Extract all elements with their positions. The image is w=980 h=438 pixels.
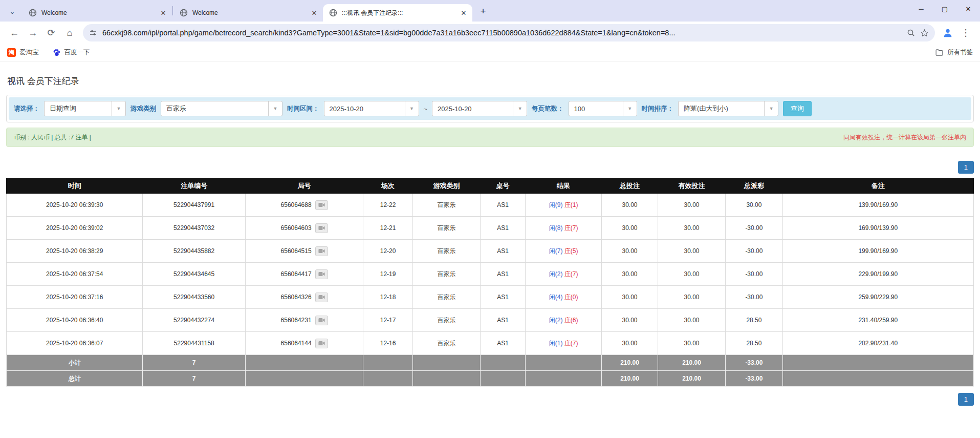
total-bet-link[interactable]: 30.00	[602, 286, 658, 309]
page-1-button[interactable]: 1	[958, 161, 974, 174]
table-header: 时间 注单编号 局号 场次 游戏类别 桌号 结果 总投注 有效投注 总派彩 备注	[7, 178, 974, 194]
subtotal-valid-bet: 210.00	[658, 355, 725, 371]
video-replay-icon[interactable]	[315, 316, 328, 325]
minimize-button[interactable]: ─	[909, 0, 933, 17]
cell-round-id: 656064688	[245, 194, 363, 217]
cell-game-type: 百家乐	[412, 332, 480, 355]
valid-bet-notice-text: 同局有效投注，统一计算在该局第一张注单内	[843, 133, 966, 142]
forward-icon[interactable]: →	[24, 24, 42, 42]
cell-table-no: AS1	[481, 332, 526, 355]
taobao-icon: 淘	[7, 48, 16, 57]
col-payout: 总派彩	[726, 178, 783, 194]
close-window-button[interactable]: ✕	[956, 0, 980, 17]
cell-valid-bet: 30.00	[658, 309, 725, 332]
bookmark-taobao[interactable]: 淘 爱淘宝	[7, 48, 39, 57]
cell-payout: -30.00	[726, 217, 783, 240]
window-controls: ─ ▢ ✕	[909, 0, 980, 17]
total-bet-link[interactable]: 30.00	[602, 240, 658, 263]
cell-time: 2025-10-20 06:36:40	[7, 309, 143, 332]
date-to-select[interactable]: 2025-10-20 ▼	[432, 101, 527, 116]
reload-icon[interactable]: ⟳	[42, 24, 60, 42]
folder-icon	[935, 48, 944, 57]
cell-session: 12-22	[363, 194, 412, 217]
bookmark-baidu[interactable]: 百度一下	[52, 48, 90, 57]
table-row: 2025-10-20 06:37:16 522904433560 6560643…	[7, 286, 974, 309]
total-bet-link[interactable]: 30.00	[602, 217, 658, 240]
total-bet-link[interactable]: 30.00	[602, 194, 658, 217]
video-replay-icon[interactable]	[315, 293, 328, 302]
currency-summary-text: 币别 : 人民币 | 总共 :7 注单 |	[14, 133, 91, 142]
cell-game-type: 百家乐	[412, 286, 480, 309]
sort-select[interactable]: 降冪(由大到小) ▼	[678, 101, 778, 116]
page-size-select[interactable]: 100 ▼	[569, 101, 637, 116]
address-bar[interactable]: 66cxkj98.com/ipl/portal.php/game/betreco…	[83, 24, 935, 41]
cell-payout: -30.00	[726, 263, 783, 286]
result-banker: 庄(7)	[564, 224, 578, 232]
total-bet-link[interactable]: 30.00	[602, 332, 658, 355]
home-icon[interactable]: ⌂	[60, 24, 79, 42]
cell-remark: 259.90/229.90	[782, 286, 973, 309]
cell-time: 2025-10-20 06:37:16	[7, 286, 143, 309]
site-info-icon[interactable]	[89, 29, 97, 37]
pagination-bottom: 1	[6, 393, 974, 406]
cell-valid-bet: 30.00	[658, 194, 725, 217]
tab-welcome-1[interactable]: Welcome ✕	[23, 4, 172, 22]
col-result: 结果	[525, 178, 601, 194]
total-row: 总计 7 210.00 210.00 -33.00	[7, 371, 974, 387]
close-icon[interactable]: ✕	[310, 8, 319, 17]
total-bet-link[interactable]: 30.00	[602, 309, 658, 332]
close-icon[interactable]: ✕	[459, 8, 468, 17]
search-button[interactable]: 查询	[783, 101, 812, 116]
total-total-bet: 210.00	[602, 371, 658, 387]
url-text[interactable]: 66cxkj98.com/ipl/portal.php/game/betreco…	[102, 29, 902, 37]
tab-title: Welcome	[192, 9, 305, 16]
col-time: 时间	[7, 178, 143, 194]
summary-bar: 币别 : 人民币 | 总共 :7 注单 | 同局有效投注，统一计算在该局第一张注…	[6, 128, 974, 147]
result-player: 闲(4)	[549, 294, 563, 301]
cell-result: 闲(2) 庄(6)	[525, 309, 601, 332]
video-replay-icon[interactable]	[315, 339, 328, 348]
table-row: 2025-10-20 06:36:40 522904432274 6560642…	[7, 309, 974, 332]
cell-result: 闲(7) 庄(5)	[525, 240, 601, 263]
cell-remark: 169.90/139.90	[782, 217, 973, 240]
cell-round-id: 656064326	[245, 286, 363, 309]
video-replay-icon[interactable]	[315, 246, 328, 256]
query-type-select[interactable]: 日期查询 ▼	[44, 101, 126, 116]
page-1-button[interactable]: 1	[958, 393, 974, 406]
video-replay-icon[interactable]	[315, 200, 328, 210]
tab-search-chevron-icon[interactable]: ⌄	[5, 4, 19, 18]
video-replay-icon[interactable]	[315, 223, 328, 233]
result-banker: 庄(1)	[564, 201, 578, 208]
subtotal-payout: -33.00	[726, 355, 783, 371]
subtotal-row: 小计 7 210.00 210.00 -33.00	[7, 355, 974, 371]
page-size-label: 每页笔数：	[532, 105, 564, 113]
col-game-type: 游戏类别	[412, 178, 480, 194]
profile-avatar-icon[interactable]	[939, 24, 956, 41]
maximize-button[interactable]: ▢	[933, 0, 956, 17]
total-label: 总计	[7, 371, 143, 387]
col-session: 场次	[363, 178, 412, 194]
game-type-select[interactable]: 百家乐 ▼	[161, 101, 282, 116]
video-replay-icon[interactable]	[315, 269, 328, 279]
new-tab-button[interactable]: +	[475, 4, 491, 19]
date-from-select[interactable]: 2025-10-20 ▼	[324, 101, 419, 116]
filter-panel: 请选择： 日期查询 ▼ 游戏类别 百家乐 ▼ 时间区间： 2025-10-20 …	[6, 95, 974, 122]
page-size-value: 100	[569, 105, 623, 113]
result-player: 闲(2)	[549, 317, 563, 324]
bookmark-star-icon[interactable]	[920, 29, 929, 37]
total-bet-link[interactable]: 30.00	[602, 263, 658, 286]
back-icon[interactable]: ←	[5, 24, 24, 42]
menu-kebab-icon[interactable]: ⋮	[956, 24, 975, 42]
browser-window: ⌄ Welcome ✕ Welcome ✕ :::视讯 会员下注纪录::: ✕ …	[0, 0, 980, 438]
tab-betrecord-active[interactable]: :::视讯 会员下注纪录::: ✕	[323, 4, 472, 22]
table-row: 2025-10-20 06:37:54 522904434645 6560644…	[7, 263, 974, 286]
zoom-icon[interactable]	[907, 29, 915, 37]
col-bet-id: 注单编号	[143, 178, 245, 194]
cell-session: 12-17	[363, 309, 412, 332]
cell-game-type: 百家乐	[412, 309, 480, 332]
cell-round-id: 656064417	[245, 263, 363, 286]
close-icon[interactable]: ✕	[159, 8, 168, 17]
tab-welcome-2[interactable]: Welcome ✕	[173, 4, 323, 22]
all-bookmarks[interactable]: 所有书签	[935, 48, 973, 57]
col-remark: 备注	[782, 178, 973, 194]
